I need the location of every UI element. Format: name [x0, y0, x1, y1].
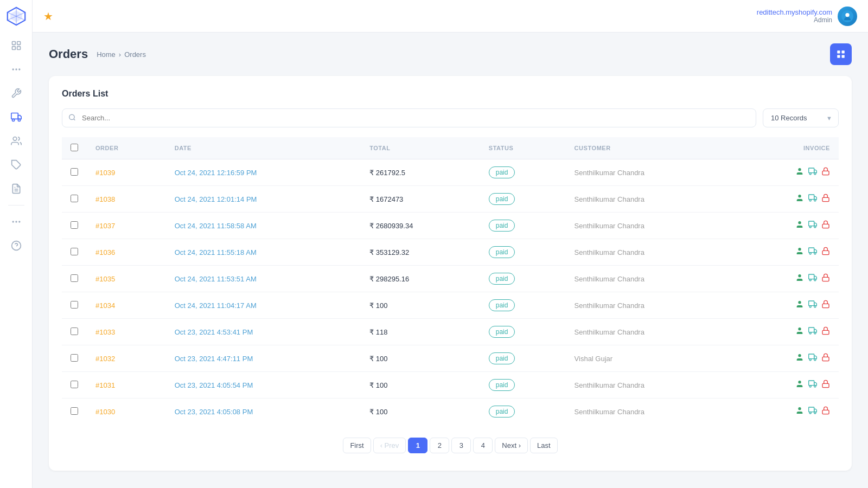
table-row: #1036 Oct 24, 2021 11:55:18 AM ₹ 353129.… — [62, 239, 839, 266]
order-date: Oct 24, 2021 11:58:58 AM — [175, 222, 257, 230]
sidebar-item-more-2[interactable] — [5, 211, 27, 233]
svg-point-20 — [15, 221, 17, 222]
customer-icon[interactable] — [795, 167, 804, 178]
customer-icon[interactable] — [795, 247, 804, 258]
row-checkbox[interactable] — [71, 274, 78, 282]
sidebar-item-docs[interactable] — [5, 178, 27, 200]
customer-icon[interactable] — [795, 220, 804, 231]
row-status: paid — [480, 345, 566, 372]
order-link[interactable]: #1038 — [95, 195, 115, 203]
pagination-page-4[interactable]: 4 — [473, 438, 493, 453]
sidebar-item-more-1[interactable] — [5, 59, 27, 80]
sidebar-divider — [8, 205, 24, 206]
customer-name: Vishal Gujar — [575, 355, 613, 363]
order-total: ₹ 118 — [369, 328, 387, 336]
pagination-page-1[interactable]: 1 — [408, 438, 427, 453]
svg-point-60 — [814, 306, 816, 307]
svg-point-25 — [845, 12, 849, 16]
order-link[interactable]: #1034 — [95, 301, 115, 310]
row-status: paid — [480, 292, 566, 319]
row-checkbox[interactable] — [71, 248, 78, 255]
invoice-lock-icon[interactable] — [821, 167, 830, 178]
order-link[interactable]: #1037 — [95, 222, 115, 230]
customer-icon[interactable] — [795, 380, 804, 390]
sidebar-item-help[interactable] — [5, 235, 27, 256]
logo — [5, 5, 27, 27]
invoice-lock-icon[interactable] — [821, 300, 830, 311]
shipping-icon[interactable] — [808, 273, 817, 284]
pagination-next[interactable]: Next › — [495, 438, 528, 453]
shipping-icon[interactable] — [808, 300, 817, 311]
pagination-last[interactable]: Last — [530, 438, 558, 453]
row-total: ₹ 1672473 — [361, 186, 480, 213]
search-wrapper — [62, 108, 756, 127]
favorite-icon[interactable]: ★ — [43, 10, 53, 23]
order-link[interactable]: #1032 — [95, 355, 115, 363]
shipping-icon[interactable] — [808, 194, 817, 204]
order-link[interactable]: #1036 — [95, 248, 115, 256]
customer-icon[interactable] — [795, 406, 804, 417]
order-link[interactable]: #1035 — [95, 275, 115, 283]
shipping-icon[interactable] — [808, 406, 817, 417]
invoice-lock-icon[interactable] — [821, 353, 830, 364]
pagination-first[interactable]: First — [343, 438, 371, 453]
sidebar-item-tools[interactable] — [5, 82, 27, 104]
breadcrumb-home[interactable]: Home — [97, 50, 116, 59]
shipping-icon[interactable] — [808, 326, 817, 337]
customer-icon[interactable] — [795, 326, 804, 337]
shipping-icon[interactable] — [808, 353, 817, 364]
invoice-lock-icon[interactable] — [821, 194, 830, 204]
invoice-lock-icon[interactable] — [821, 247, 830, 258]
row-checkbox[interactable] — [71, 195, 78, 202]
invoice-lock-icon[interactable] — [821, 380, 830, 390]
customer-icon[interactable] — [795, 300, 804, 311]
select-all-checkbox[interactable] — [71, 144, 78, 151]
order-link[interactable]: #1039 — [95, 169, 115, 177]
row-checkbox[interactable] — [71, 328, 78, 335]
order-total: ₹ 353129.32 — [369, 248, 409, 256]
svg-rect-7 — [12, 47, 15, 50]
sidebar-item-home[interactable] — [5, 35, 27, 56]
svg-point-9 — [12, 68, 14, 70]
sidebar-item-orders[interactable] — [5, 106, 27, 128]
row-checkbox[interactable] — [71, 381, 78, 388]
svg-rect-12 — [11, 113, 17, 119]
shipping-icon[interactable] — [808, 380, 817, 390]
customer-icon[interactable] — [795, 194, 804, 204]
order-link[interactable]: #1030 — [95, 408, 115, 416]
svg-point-50 — [814, 253, 816, 254]
invoice-lock-icon[interactable] — [821, 273, 830, 284]
records-select[interactable]: 10 Records 25 Records 50 Records 100 Rec… — [763, 108, 839, 127]
shipping-icon[interactable] — [808, 220, 817, 231]
order-total: ₹ 1672473 — [369, 195, 403, 203]
customer-icon[interactable] — [795, 353, 804, 364]
search-input[interactable] — [62, 108, 756, 127]
pagination-page-3[interactable]: 3 — [451, 438, 471, 453]
invoice-lock-icon[interactable] — [821, 326, 830, 337]
row-checkbox[interactable] — [71, 407, 78, 415]
sidebar-item-tags[interactable] — [5, 154, 27, 176]
pagination-page-2[interactable]: 2 — [430, 438, 449, 453]
customer-name: Senthilkumar Chandra — [575, 275, 644, 283]
status-badge: paid — [489, 406, 515, 418]
row-checkbox[interactable] — [71, 301, 78, 309]
sidebar-item-customers[interactable] — [5, 130, 27, 152]
invoice-lock-icon[interactable] — [821, 220, 830, 231]
row-checkbox[interactable] — [71, 221, 78, 229]
order-link[interactable]: #1031 — [95, 381, 115, 389]
grid-view-button[interactable] — [830, 43, 852, 65]
pagination-prev[interactable]: ‹ Prev — [373, 438, 406, 453]
customer-icon[interactable] — [795, 273, 804, 284]
row-checkbox[interactable] — [71, 168, 78, 176]
invoice-lock-icon[interactable] — [821, 406, 830, 417]
shipping-icon[interactable] — [808, 247, 817, 258]
row-total: ₹ 100 — [361, 372, 480, 399]
order-link[interactable]: #1033 — [95, 328, 115, 336]
shipping-icon[interactable] — [808, 167, 817, 178]
row-customer: Senthilkumar Chandra — [566, 186, 737, 213]
user-avatar[interactable] — [838, 7, 857, 26]
svg-point-45 — [814, 226, 816, 228]
row-checkbox[interactable] — [71, 354, 78, 362]
svg-rect-73 — [809, 381, 814, 386]
topbar-left: ★ — [43, 10, 53, 23]
